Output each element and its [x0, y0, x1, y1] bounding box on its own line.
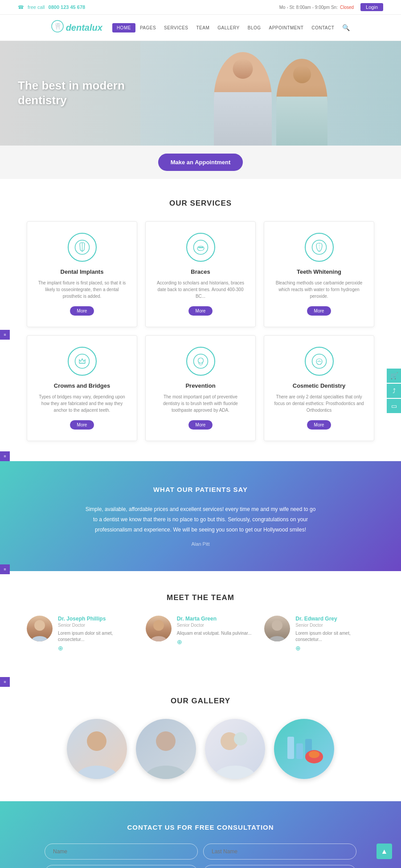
gallery-grid: [27, 719, 374, 779]
crowns-desc: Types of bridges may vary, depending upo…: [36, 393, 128, 414]
email-input[interactable]: [45, 865, 198, 868]
svg-point-21: [234, 732, 247, 746]
share-widget[interactable]: ⤴: [387, 384, 401, 398]
svg-point-26: [309, 751, 319, 758]
braces-desc: According to scholars and historians, br…: [155, 280, 246, 300]
implants-more-btn[interactable]: More: [70, 306, 94, 316]
phillips-avatar: [27, 616, 53, 641]
cosmetic-icon: [305, 347, 334, 376]
nav-item-contact[interactable]: CONTACT: [308, 23, 338, 32]
hours-info: Mo - St: 8:00am - 9:00pm Sn: Closed Logi…: [279, 3, 383, 11]
svg-point-13: [198, 358, 203, 363]
appointment-button[interactable]: Make an Appointment: [158, 154, 243, 171]
crowns-more-btn[interactable]: More: [70, 420, 94, 430]
green-role: Senior Doctor: [177, 623, 252, 628]
green-bio: Aliquam erat volutpat. Nulla pulvinar...: [177, 630, 252, 637]
cart-widget[interactable]: 🛒: [387, 369, 401, 383]
grey-name: Dr. Edward Grey: [295, 616, 374, 622]
service-card-crowns: Crowns and Bridges Types of bridges may …: [27, 335, 137, 441]
phone-input[interactable]: [203, 865, 356, 868]
grey-avatar: [264, 616, 290, 641]
svg-point-15: [34, 620, 45, 631]
svg-rect-22: [287, 737, 294, 759]
search-icon[interactable]: 🔍: [342, 24, 350, 31]
main-nav: 🦷 dentalux HOME PAGES SERVICES TEAM GALL…: [0, 15, 401, 41]
team-grid: Dr. Joseph Phillips Senior Doctor Lorem …: [27, 616, 374, 652]
nav-item-pages[interactable]: PAGES: [136, 23, 160, 32]
cosmetic-more-btn[interactable]: More: [307, 420, 331, 430]
services-section: OUR SERVICES Dental Implants The implant…: [0, 179, 401, 461]
nav-item-home[interactable]: HOME: [112, 23, 135, 32]
svg-point-14: [312, 354, 326, 369]
left-widget-services[interactable]: ≡: [0, 330, 10, 340]
nav-item-appointment[interactable]: APPOINTMENT: [266, 23, 307, 32]
name-input[interactable]: [45, 844, 198, 860]
service-card-prevention: Prevention The most important part of pr…: [145, 335, 256, 441]
gallery-item-1[interactable]: [67, 719, 127, 779]
svg-point-10: [75, 354, 89, 369]
form-row-2: [45, 865, 356, 868]
gallery-section: OUR GALLERY: [0, 674, 401, 801]
window-widget[interactable]: ▭: [387, 399, 401, 413]
phillips-bio: Lorem ipsum dolor sit amet, consectetur.…: [58, 630, 137, 643]
svg-point-5: [198, 247, 200, 248]
gallery-item-4[interactable]: [274, 719, 334, 779]
hours-text: Mo - St: 8:00am - 9:00pm Sn:: [279, 5, 338, 10]
hero-image: [140, 41, 401, 146]
testimonials-section: WHAT OUR PATIENTS SAY Simple, available,…: [0, 461, 401, 571]
login-button[interactable]: Login: [360, 3, 383, 11]
nav-logo: 🦷 dentalux: [51, 20, 102, 35]
phillips-info: Dr. Joseph Phillips Senior Doctor Lorem …: [58, 616, 137, 652]
grey-link-icon[interactable]: ⊕: [295, 645, 301, 652]
cosmetic-desc: There are only 2 dental specialties that…: [273, 393, 365, 414]
team-card-grey: Dr. Edward Grey Senior Doctor Lorem ipsu…: [264, 616, 374, 652]
nav-item-gallery[interactable]: GALLERY: [214, 23, 243, 32]
braces-icon: [186, 233, 215, 262]
whitening-desc: Bleaching methods use carbamide peroxide…: [273, 280, 365, 300]
braces-title: Braces: [155, 268, 246, 275]
svg-point-17: [272, 620, 282, 631]
svg-point-6: [200, 247, 201, 248]
free-call-label: free call: [28, 4, 45, 10]
team-card-phillips: Dr. Joseph Phillips Senior Doctor Lorem …: [27, 616, 137, 652]
testimonials-author: Alan Pitt: [36, 541, 365, 547]
team-card-green: Dr. Marta Green Senior Doctor Aliquam er…: [146, 616, 256, 652]
gallery-title: OUR GALLERY: [27, 697, 374, 706]
team-section: MEET THE TEAM Dr. Joseph Phillips Senior…: [0, 571, 401, 674]
nav-item-blog[interactable]: BLOG: [244, 23, 265, 32]
prevention-title: Prevention: [155, 382, 246, 389]
left-widget-contact[interactable]: ≡: [0, 677, 10, 687]
left-widget-gallery[interactable]: ≡: [0, 564, 10, 574]
svg-rect-23: [296, 743, 303, 759]
services-title: OUR SERVICES: [27, 199, 374, 208]
green-name: Dr. Marta Green: [177, 616, 252, 622]
closed-badge: Closed: [340, 5, 354, 10]
green-info: Dr. Marta Green Senior Doctor Aliquam er…: [177, 616, 252, 646]
form-row-1: [45, 844, 356, 860]
nav-item-team[interactable]: TEAM: [193, 23, 213, 32]
implants-desc: The implant fixture is first placed, so …: [36, 280, 128, 300]
braces-more-btn[interactable]: More: [188, 306, 213, 316]
logo-text: dentalux: [66, 23, 102, 33]
svg-text:🦷: 🦷: [53, 23, 61, 30]
testimonials-quote: Simple, available, affordable prices and…: [85, 504, 316, 535]
service-card-braces: Braces According to scholars and histori…: [145, 221, 256, 327]
phone-icon: ☎: [18, 4, 24, 10]
team-title: MEET THE TEAM: [27, 593, 374, 602]
nav-item-services[interactable]: SERVICES: [160, 23, 192, 32]
scroll-top-button[interactable]: ▲: [376, 844, 392, 859]
green-link-icon[interactable]: ⊕: [177, 638, 182, 645]
service-card-whitening: Teeth Whitening Bleaching methods use ca…: [264, 221, 374, 327]
implants-title: Dental Implants: [36, 268, 128, 275]
grey-role: Senior Doctor: [295, 623, 374, 628]
phillips-name: Dr. Joseph Phillips: [58, 616, 137, 622]
whitening-more-btn[interactable]: More: [307, 306, 331, 316]
gallery-item-3[interactable]: [205, 719, 265, 779]
left-widget-testimonials[interactable]: ≡: [0, 451, 10, 461]
phillips-link-icon[interactable]: ⊕: [58, 645, 63, 652]
hero-cta-wrapper: Make an Appointment: [0, 146, 401, 179]
gallery-item-2[interactable]: [136, 719, 196, 779]
contact-form: I'm interested in service I agree that m…: [45, 844, 356, 868]
lastname-input[interactable]: [203, 844, 356, 860]
prevention-more-btn[interactable]: More: [188, 420, 213, 430]
